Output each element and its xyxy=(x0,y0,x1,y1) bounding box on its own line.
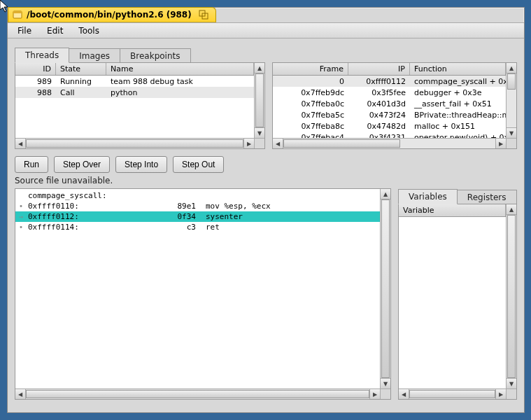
menu-tools[interactable]: Tools xyxy=(71,24,106,37)
table-row[interactable]: 0x7ffeba0c 0x401d3d __assert_fail + 0x51 xyxy=(273,98,506,109)
scroll-corner xyxy=(506,388,516,399)
scroll-down-icon[interactable]: ▼ xyxy=(507,378,516,388)
threads-vscroll[interactable]: ▲ ▼ xyxy=(254,63,264,138)
window-zoom-icon[interactable] xyxy=(199,10,208,20)
col-state[interactable]: State xyxy=(56,63,106,75)
scroll-right-icon[interactable]: ▶ xyxy=(495,389,506,399)
scroll-left-icon[interactable]: ◀ xyxy=(15,389,26,399)
scroll-left-icon[interactable]: ◀ xyxy=(399,389,409,399)
code-line[interactable]: commpage_syscall: xyxy=(15,190,380,201)
threads-pane: Threads Images Breakpoints ID State Name… xyxy=(15,47,265,149)
table-row[interactable]: 0x7ffeb9dc 0x3f5fee debugger + 0x3e xyxy=(273,87,506,98)
threads-header: ID State Name xyxy=(15,63,264,76)
step-over-button[interactable]: Step Over xyxy=(54,156,110,173)
scroll-corner xyxy=(506,138,516,148)
scroll-up-icon[interactable]: ▲ xyxy=(255,63,264,74)
col-name[interactable]: Name xyxy=(106,63,254,75)
scroll-down-icon[interactable]: ▼ xyxy=(381,378,390,388)
variables-hscroll[interactable]: ◀ ▶ xyxy=(399,388,506,399)
step-into-button[interactable]: Step Into xyxy=(115,156,167,173)
svg-rect-1 xyxy=(13,11,22,13)
step-toolbar: Run Step Over Step Into Step Out xyxy=(15,156,517,173)
threads-rows: 989 Running team 988 debug task 988 Call… xyxy=(15,76,254,138)
tab-breakpoints[interactable]: Breakpoints xyxy=(120,48,190,63)
disassembly-pane: commpage_syscall: • 0xffff0110: 89e1 mov… xyxy=(15,188,391,400)
variables-tabstrip: Variables Registers xyxy=(398,188,517,204)
col-id[interactable]: ID xyxy=(15,63,56,75)
table-row[interactable]: 989 Running team 988 debug task xyxy=(15,76,254,87)
scroll-down-icon[interactable]: ▼ xyxy=(507,127,516,138)
tab-variables[interactable]: Variables xyxy=(398,189,458,204)
scroll-right-icon[interactable]: ▶ xyxy=(369,389,380,399)
titlebar[interactable]: /boot/common/bin/python2.6 (988) xyxy=(8,7,216,22)
table-row[interactable]: 0x7ffeba5c 0x473f24 BPrivate::threadHeap… xyxy=(273,109,506,120)
scroll-right-icon[interactable]: ▶ xyxy=(495,139,506,148)
menubar: File Edit Tools xyxy=(8,23,524,38)
frames-hscroll[interactable]: ◀ ▶ xyxy=(273,138,506,148)
frames-rows: 0 0xffff0112 commpage_syscall + 0x 0x7ff… xyxy=(273,76,506,138)
status-line: Source file unavailable. xyxy=(15,176,517,186)
scroll-down-icon[interactable]: ▼ xyxy=(255,127,264,138)
tab-registers[interactable]: Registers xyxy=(457,190,517,204)
col-function[interactable]: Function xyxy=(410,63,506,75)
threads-hscroll[interactable]: ◀ ▶ xyxy=(15,138,254,148)
scroll-up-icon[interactable]: ▲ xyxy=(507,204,516,215)
mid-row: commpage_syscall: • 0xffff0110: 89e1 mov… xyxy=(15,188,517,400)
frames-vscroll[interactable]: ▲ ▼ xyxy=(506,63,516,138)
code-hscroll[interactable]: ◀ ▶ xyxy=(15,388,380,399)
col-variable[interactable]: Variable xyxy=(399,204,506,216)
scroll-up-icon[interactable]: ▲ xyxy=(381,189,390,200)
top-panes: Threads Images Breakpoints ID State Name… xyxy=(15,47,517,149)
frames-tabbody: Frame IP Function 0 0xffff0112 commpage_… xyxy=(272,62,517,149)
col-frame[interactable]: Frame xyxy=(273,63,348,75)
step-out-button[interactable]: Step Out xyxy=(173,156,224,173)
code-line-current[interactable]: ⇒ 0xffff0112: 0f34 sysenter xyxy=(15,211,380,222)
col-ip[interactable]: IP xyxy=(348,63,410,75)
cursor-icon xyxy=(0,0,11,14)
variables-pane: Variables Registers Variable ▲ ▼ xyxy=(398,188,517,400)
debugger-window: /boot/common/bin/python2.6 (988) File Ed… xyxy=(7,7,525,413)
table-row[interactable]: 0x7ffeba8c 0x47482d malloc + 0x151 xyxy=(273,120,506,132)
run-button[interactable]: Run xyxy=(15,156,48,173)
content: Threads Images Breakpoints ID State Name… xyxy=(15,47,517,405)
disassembly-body[interactable]: commpage_syscall: • 0xffff0110: 89e1 mov… xyxy=(15,189,380,388)
app-icon xyxy=(13,10,22,20)
tab-threads[interactable]: Threads xyxy=(15,48,69,63)
scroll-up-icon[interactable]: ▲ xyxy=(507,63,516,74)
code-line[interactable]: • 0xffff0110: 89e1 mov %esp, %ecx xyxy=(15,201,380,211)
code-line[interactable]: • 0xffff0114: c3 ret xyxy=(15,222,380,232)
tab-images[interactable]: Images xyxy=(69,48,120,63)
code-vscroll[interactable]: ▲ ▼ xyxy=(380,189,390,388)
scroll-left-icon[interactable]: ◀ xyxy=(15,139,26,148)
threads-tabstrip: Threads Images Breakpoints xyxy=(15,47,265,62)
scroll-left-icon[interactable]: ◀ xyxy=(273,139,283,148)
menu-edit[interactable]: Edit xyxy=(40,24,70,37)
menu-file[interactable]: File xyxy=(10,24,38,37)
window-title: /boot/common/bin/python2.6 (988) xyxy=(27,10,192,20)
scroll-corner xyxy=(380,388,390,399)
variables-tabbody: Variable ▲ ▼ ◀ ▶ xyxy=(398,204,517,400)
table-row[interactable]: 0 0xffff0112 commpage_syscall + 0x xyxy=(273,76,506,87)
variables-header: Variable xyxy=(399,204,516,217)
variables-vscroll[interactable]: ▲ ▼ xyxy=(506,204,516,388)
threads-tabbody: ID State Name 989 Running team 988 debug… xyxy=(15,62,265,149)
table-row[interactable]: 0x7ffebac4 0x3f4231 operator new(void) +… xyxy=(273,132,506,138)
frames-pane: Frame IP Function 0 0xffff0112 commpage_… xyxy=(272,47,517,149)
window-body: File Edit Tools Threads Images Breakpoin… xyxy=(8,22,524,412)
frames-header: Frame IP Function xyxy=(273,63,516,76)
scroll-corner xyxy=(254,138,264,148)
table-row[interactable]: 988 Call python xyxy=(15,87,254,98)
scroll-right-icon[interactable]: ▶ xyxy=(243,139,254,148)
